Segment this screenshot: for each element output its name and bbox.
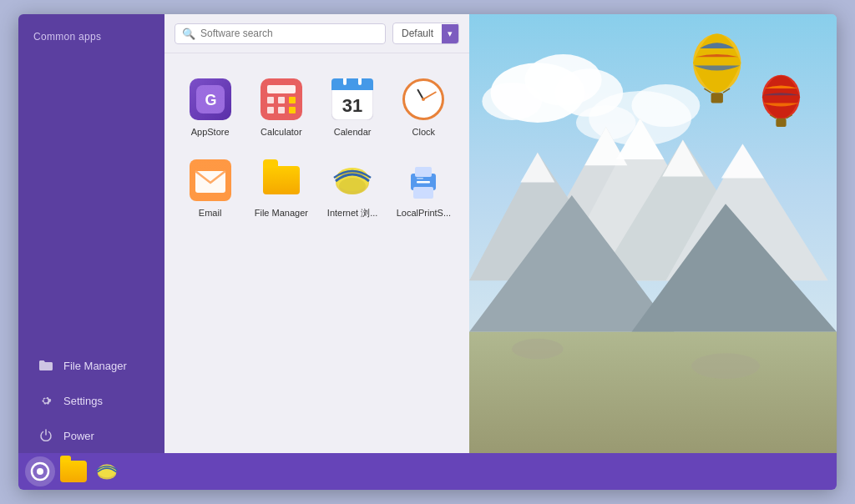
app-item-calculator[interactable]: Calculator <box>245 67 316 148</box>
start-icon <box>30 461 50 481</box>
svg-text:31: 31 <box>342 95 362 116</box>
clock-icon-wrap <box>401 77 446 122</box>
sidebar-spacer <box>18 53 164 348</box>
main-area: Common apps File Manager Settings <box>18 14 837 453</box>
app-item-browser[interactable]: Internet 浏... <box>317 148 388 229</box>
printer-label: LocalPrintS... <box>397 208 451 219</box>
search-icon: 🔍 <box>182 28 195 40</box>
taskbar-browser-icon <box>95 460 119 483</box>
clock-icon <box>402 78 444 120</box>
svg-point-47 <box>512 339 563 360</box>
svg-rect-5 <box>278 97 285 103</box>
dropdown-arrow-icon[interactable]: ▾ <box>442 24 458 43</box>
filemanager-icon <box>261 159 302 201</box>
sidebar-item-settings[interactable]: Settings <box>23 385 159 416</box>
folder-shape <box>263 166 300 194</box>
wallpaper-svg <box>469 14 837 453</box>
search-input[interactable] <box>200 28 378 39</box>
launcher-toolbar: 🔍 Default ▾ <box>164 14 469 53</box>
svg-rect-24 <box>417 181 430 184</box>
email-icon <box>190 159 231 201</box>
svg-point-30 <box>482 83 542 120</box>
gear-icon <box>38 393 53 408</box>
taskbar-folder-icon <box>60 461 87 482</box>
svg-rect-3 <box>267 85 296 93</box>
sidebar: Common apps File Manager Settings <box>18 14 164 453</box>
appstore-label: AppStore <box>191 127 230 138</box>
browser-icon <box>331 159 373 201</box>
clock-minute-hand <box>423 91 438 100</box>
sidebar-item-file-manager-label: File Manager <box>63 360 127 372</box>
appstore-icon: G <box>190 78 231 120</box>
app-item-calendar[interactable]: 31 Calendar <box>317 67 388 148</box>
sidebar-item-power[interactable]: Power <box>23 420 159 451</box>
email-icon-wrap <box>188 158 233 203</box>
svg-rect-22 <box>415 167 432 177</box>
taskbar-browser-button[interactable] <box>92 456 122 486</box>
clock-label: Clock <box>412 127 436 138</box>
svg-rect-12 <box>331 87 373 90</box>
calculator-label: Calculator <box>261 127 302 138</box>
svg-rect-9 <box>289 107 296 113</box>
sidebar-item-settings-label: Settings <box>63 395 103 407</box>
calculator-icon-wrap <box>259 77 304 122</box>
desktop: Common apps File Manager Settings <box>18 14 837 490</box>
sidebar-item-file-manager[interactable]: File Manager <box>23 350 159 381</box>
svg-rect-50 <box>711 93 723 103</box>
app-item-email[interactable]: Email <box>175 148 245 229</box>
svg-point-32 <box>631 84 700 127</box>
app-item-appstore[interactable]: G AppStore <box>175 67 245 148</box>
svg-rect-13 <box>343 78 347 85</box>
app-grid: G AppStore <box>164 53 469 242</box>
printer-icon <box>402 159 444 201</box>
folder-icon <box>38 358 53 373</box>
svg-rect-8 <box>278 107 285 113</box>
filemanager-icon-wrap <box>259 158 304 203</box>
app-item-clock[interactable]: Clock <box>388 67 459 148</box>
default-label: Default <box>393 23 442 43</box>
svg-rect-7 <box>267 107 274 113</box>
search-box[interactable]: 🔍 <box>175 23 386 44</box>
svg-point-58 <box>37 468 43 475</box>
taskbar <box>18 453 837 490</box>
start-button[interactable] <box>25 456 55 486</box>
power-icon <box>38 428 53 443</box>
calendar-label: Calendar <box>334 127 372 138</box>
svg-point-48 <box>691 353 760 379</box>
svg-rect-14 <box>358 78 362 85</box>
wallpaper <box>469 14 837 453</box>
appstore-icon-wrap: G <box>188 77 233 122</box>
app-item-printer[interactable]: LocalPrintS... <box>388 148 459 229</box>
svg-rect-25 <box>417 178 423 179</box>
svg-rect-23 <box>413 187 433 199</box>
email-label: Email <box>199 208 222 219</box>
svg-rect-54 <box>776 118 786 127</box>
printer-icon-wrap <box>401 158 446 203</box>
clock-center-dot <box>422 98 425 101</box>
browser-icon-wrap <box>330 158 375 203</box>
sidebar-title: Common apps <box>18 24 164 53</box>
calendar-icon-wrap: 31 <box>330 77 375 122</box>
calculator-icon <box>261 78 302 120</box>
calendar-icon: 31 <box>331 78 373 120</box>
sidebar-item-power-label: Power <box>63 430 94 442</box>
browser-label: Internet 浏... <box>327 208 378 219</box>
default-button[interactable]: Default ▾ <box>392 23 459 44</box>
app-item-filemanager[interactable]: File Manager <box>245 148 316 229</box>
filemanager-label: File Manager <box>255 208 308 219</box>
svg-point-20 <box>339 178 366 194</box>
svg-rect-4 <box>267 97 274 103</box>
svg-rect-6 <box>289 97 296 103</box>
launcher-panel: 🔍 Default ▾ G <box>164 14 469 453</box>
svg-text:G: G <box>205 92 215 108</box>
taskbar-folder-button[interactable] <box>58 456 89 486</box>
